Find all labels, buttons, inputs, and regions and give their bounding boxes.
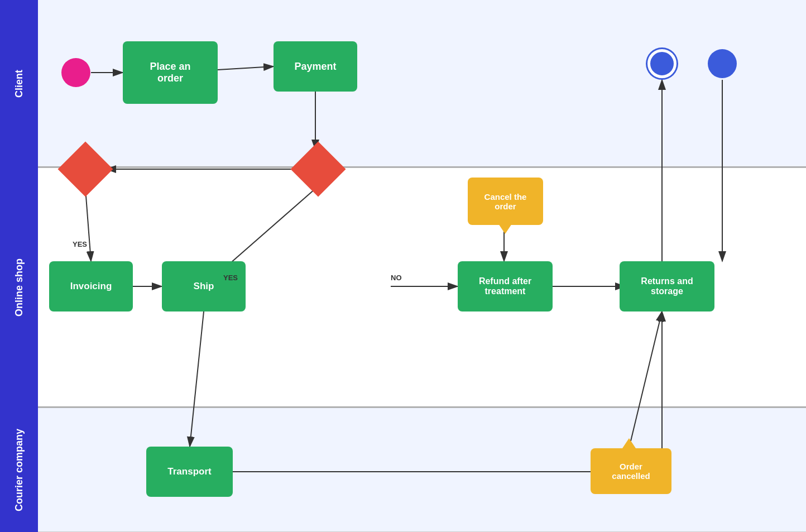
- end-circle-1: [647, 49, 677, 78]
- refund-node: Refund aftertreatment: [458, 261, 553, 311]
- ship-node: Ship: [162, 261, 246, 311]
- cancel-order-node: Cancel theorder: [468, 178, 543, 233]
- diagram-container: Client Online shop Courier company: [0, 0, 806, 532]
- invoicing-node: Invoicing: [49, 261, 133, 311]
- start-circle: [61, 58, 90, 87]
- swimlane-label-online: Online shop: [0, 167, 38, 408]
- swimlane-label-client: Client: [0, 0, 38, 167]
- yes-label-2: YES: [223, 274, 238, 282]
- end-circle-2: [708, 49, 737, 78]
- no-label-1: NO: [391, 274, 402, 282]
- transport-node: Transport: [146, 447, 233, 497]
- payment-node: Payment: [274, 41, 357, 92]
- returns-node: Returns andstorage: [620, 261, 714, 311]
- place-order-node: Place anorder: [123, 41, 218, 104]
- swimlane-label-courier: Courier company: [0, 408, 38, 532]
- order-cancelled-node: Ordercancelled: [591, 438, 671, 497]
- yes-label-1: YES: [73, 240, 87, 248]
